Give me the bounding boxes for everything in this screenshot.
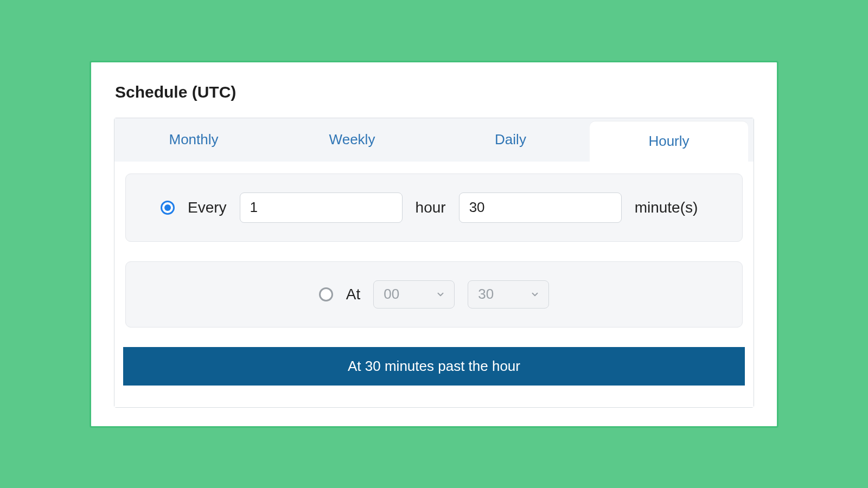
tab-hourly[interactable]: Hourly [590, 121, 748, 162]
tab-weekly[interactable]: Weekly [273, 118, 431, 162]
tab-content-hourly: Every hour minute(s) At 00 30 [114, 162, 754, 407]
select-at-minute[interactable]: 30 [468, 280, 549, 309]
select-at-hour-value: 00 [384, 286, 399, 303]
schedule-card: Schedule (UTC) Monthly Weekly Daily Hour… [90, 61, 778, 428]
schedule-title: Schedule (UTC) [115, 83, 754, 101]
radio-every[interactable] [161, 201, 175, 215]
chevron-down-icon [530, 290, 540, 299]
option-at-row: At 00 30 [125, 261, 743, 328]
label-at: At [346, 286, 360, 303]
label-minutes: minute(s) [635, 199, 698, 216]
tab-monthly[interactable]: Monthly [114, 118, 273, 162]
schedule-summary: At 30 minutes past the hour [123, 347, 745, 386]
input-every-hours[interactable] [240, 192, 403, 223]
schedule-panel: Monthly Weekly Daily Hourly Every hour m… [114, 118, 754, 408]
select-at-minute-value: 30 [478, 286, 494, 303]
option-every-row: Every hour minute(s) [125, 174, 743, 242]
input-every-minutes[interactable] [459, 192, 622, 223]
chevron-down-icon [436, 290, 445, 299]
select-at-hour[interactable]: 00 [373, 280, 455, 309]
label-every: Every [188, 199, 227, 216]
tabs: Monthly Weekly Daily Hourly [114, 118, 754, 162]
label-hour: hour [416, 199, 446, 216]
tab-daily[interactable]: Daily [431, 118, 590, 162]
radio-at[interactable] [319, 287, 333, 301]
